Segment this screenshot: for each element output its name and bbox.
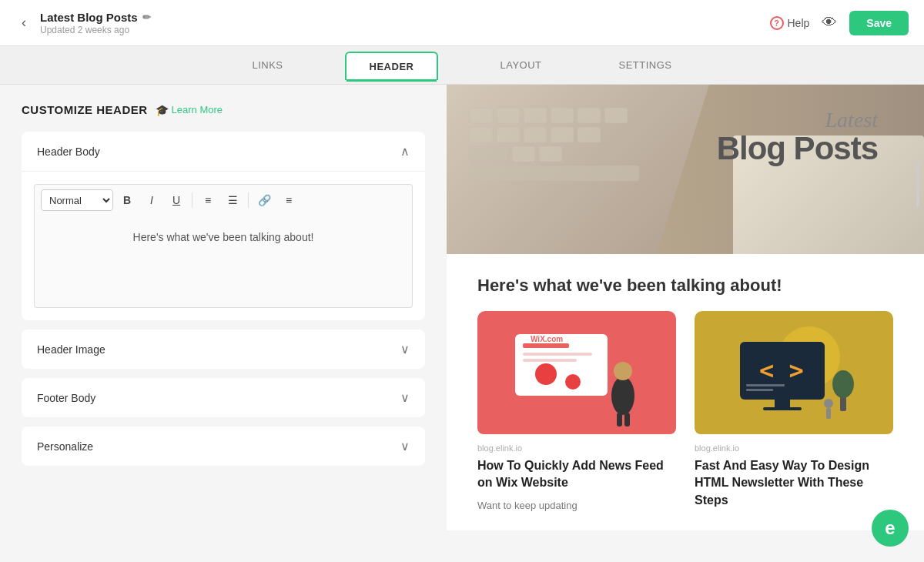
svg-rect-3 [551, 108, 574, 123]
editor-content[interactable]: Here's what we've been talking about! [34, 216, 413, 308]
svg-rect-13 [539, 146, 562, 162]
topbar: ‹ Latest Blog Posts ✏ Updated 2 weeks ag… [0, 0, 924, 46]
cards-container: WiX.com blog.elink.io How To Quickly Ad [447, 311, 924, 530]
svg-rect-5 [604, 108, 628, 123]
card-desc-1: Want to keep updating [477, 498, 676, 513]
editor-area: Normal Heading 1 Heading 2 B I U ≡ ☰ 🔗 ≡… [22, 172, 425, 320]
ordered-list-button[interactable]: ≡ [197, 189, 219, 211]
tab-links[interactable]: LINKS [236, 49, 298, 82]
bold-button[interactable]: B [116, 189, 138, 211]
hero-blog-posts-text: Blog Posts [717, 132, 878, 165]
save-button[interactable]: Save [849, 11, 909, 35]
svg-rect-9 [551, 127, 574, 142]
svg-rect-17 [523, 343, 569, 348]
svg-rect-30 [775, 400, 790, 407]
accordion-header-image-label: Header Image [37, 343, 105, 356]
nav-tabs: LINKS HEADER LAYOUT SETTINGS [0, 46, 924, 85]
svg-text:< >: < > [759, 356, 804, 385]
title-block: Latest Blog Posts ✏ Updated 2 weeks ago [40, 11, 151, 35]
preview-container: Latest Blog Posts Here's what we've been… [447, 85, 924, 562]
topbar-right: ? Help 👁 Save [770, 11, 909, 35]
accordion-header-image-toggle[interactable]: Header Image ∨ [22, 330, 425, 369]
right-panel: Latest Blog Posts Here's what we've been… [447, 85, 924, 562]
italic-button[interactable]: I [141, 189, 162, 211]
svg-rect-7 [497, 127, 520, 142]
customize-title: CUSTOMIZE HEADER [22, 103, 148, 116]
svg-rect-8 [524, 127, 547, 142]
chevron-down-icon-2: ∨ [400, 390, 410, 405]
tab-layout[interactable]: LAYOUT [484, 49, 557, 82]
tab-settings[interactable]: SETTINGS [604, 49, 688, 82]
back-button[interactable]: ‹ [15, 12, 32, 34]
accordion-header-body-label: Header Body [37, 146, 100, 158]
accordion-footer-body-label: Footer Body [37, 392, 95, 404]
unordered-list-button[interactable]: ☰ [222, 189, 243, 211]
svg-point-20 [535, 363, 557, 385]
topbar-left: ‹ Latest Blog Posts ✏ Updated 2 weeks ag… [15, 11, 151, 35]
svg-point-23 [611, 376, 634, 415]
help-label: Help [788, 17, 810, 29]
help-circle-icon: ? [770, 16, 784, 30]
learn-more-link[interactable]: 🎓 Learn More [156, 104, 223, 116]
card-title-2: Fast And Easy Way To Design HTML Newslet… [695, 457, 893, 509]
editor-toolbar: Normal Heading 1 Heading 2 B I U ≡ ☰ 🔗 ≡ [34, 184, 413, 216]
format-select[interactable]: Normal Heading 1 Heading 2 [41, 189, 113, 211]
learn-icon: 🎓 [156, 104, 169, 116]
svg-rect-26 [624, 413, 630, 427]
svg-rect-38 [826, 408, 831, 419]
hero-banner: Latest Blog Posts [447, 85, 924, 254]
accordion-header-body-toggle[interactable]: Header Body ∧ [22, 132, 425, 172]
page-subtitle: Updated 2 weeks ago [40, 25, 151, 35]
svg-point-24 [614, 362, 632, 380]
accordion-header-image: Header Image ∨ [22, 330, 425, 369]
svg-rect-18 [523, 353, 592, 356]
svg-rect-0 [470, 108, 493, 123]
keyboard-decoration [462, 100, 678, 239]
card-image-1: WiX.com [477, 311, 676, 434]
svg-point-36 [832, 370, 854, 398]
accordion-personalize: Personalize ∨ [22, 427, 425, 466]
accordion-header-body: Header Body ∧ Normal Heading 1 Heading 2… [22, 132, 425, 320]
svg-rect-12 [512, 146, 535, 162]
svg-rect-14 [470, 166, 639, 181]
svg-rect-19 [523, 359, 577, 362]
svg-rect-6 [470, 127, 493, 142]
blog-card-1: WiX.com blog.elink.io How To Quickly Ad [477, 311, 676, 515]
hero-text-overlay: Latest Blog Posts [717, 108, 878, 165]
page-title-row: Latest Blog Posts ✏ [40, 11, 151, 24]
edit-icon[interactable]: ✏ [142, 12, 151, 23]
underline-button[interactable]: U [166, 189, 187, 211]
help-button[interactable]: ? Help [770, 16, 810, 30]
toolbar-divider-1 [192, 192, 192, 208]
tab-header[interactable]: HEADER [345, 52, 439, 80]
page-title-text: Latest Blog Posts [40, 11, 138, 24]
chevron-down-icon-1: ∨ [400, 342, 410, 356]
elink-badge[interactable]: e [872, 510, 909, 547]
svg-rect-1 [497, 108, 520, 123]
svg-rect-31 [763, 407, 802, 410]
link-button[interactable]: 🔗 [253, 189, 275, 211]
accordion-footer-body: Footer Body ∨ [22, 378, 425, 417]
toolbar-divider-2 [248, 192, 249, 208]
blog-card-2: < > [695, 311, 893, 515]
customize-header: CUSTOMIZE HEADER 🎓 Learn More [22, 103, 425, 116]
hero-latest-text: Latest [717, 108, 878, 132]
svg-rect-10 [578, 127, 601, 142]
chevron-up-icon: ∧ [400, 144, 410, 159]
card-source-1: blog.elink.io [477, 443, 676, 453]
accordion-footer-body-toggle[interactable]: Footer Body ∨ [22, 378, 425, 417]
card-img-code: < > [695, 311, 893, 434]
left-panel: CUSTOMIZE HEADER 🎓 Learn More Header Bod… [0, 85, 447, 562]
svg-rect-33 [746, 384, 785, 386]
preview-button[interactable]: 👁 [822, 14, 837, 32]
code-illustration: < > [717, 319, 871, 427]
accordion-personalize-toggle[interactable]: Personalize ∨ [22, 427, 425, 466]
svg-text:WiX.com: WiX.com [531, 335, 563, 343]
card-title-1: How To Quickly Add News Feed on Wix Webs… [477, 457, 676, 492]
accordion-personalize-label: Personalize [37, 440, 93, 453]
svg-rect-11 [470, 146, 508, 162]
chevron-down-icon-3: ∨ [400, 439, 410, 453]
align-button[interactable]: ≡ [278, 189, 300, 211]
svg-point-21 [565, 374, 581, 390]
svg-rect-34 [746, 389, 773, 391]
